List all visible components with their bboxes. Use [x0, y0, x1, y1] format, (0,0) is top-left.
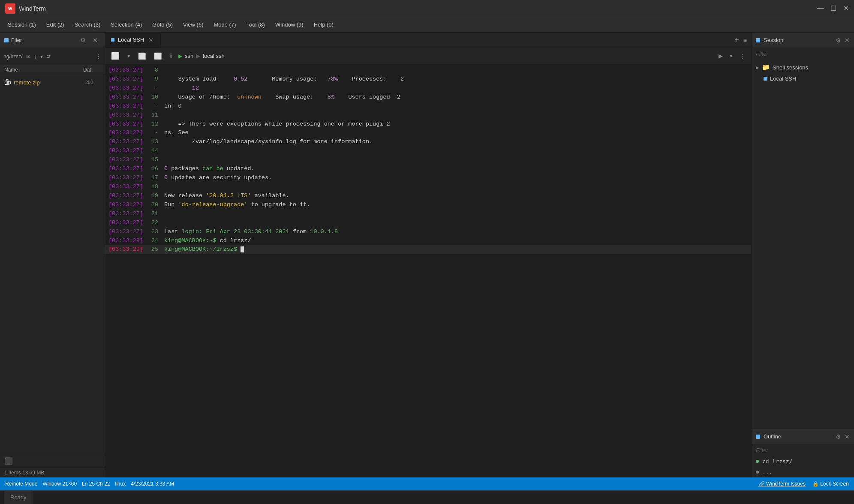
term-time: [03:33:27] — [108, 165, 143, 174]
outline-tab-bar: Outline ⚙ ✕ — [752, 429, 854, 444]
outline-item-dots[interactable]: ... — [752, 467, 854, 477]
cursor — [241, 246, 244, 252]
filer-toolbar: ng/lrzsz/ ✉ ↑ ▾ ↺ ⋮ — [0, 48, 105, 65]
term-time: [03:33:27] — [108, 210, 143, 219]
session-settings-icon[interactable]: ⚙ — [836, 37, 841, 44]
term-time: [03:33:27] — [108, 120, 143, 129]
menu-goto[interactable]: Goto (5) — [148, 20, 177, 30]
status-datetime[interactable]: 4/23/2021 3:33 AM — [131, 481, 174, 487]
terminal-more-icon[interactable]: ⋮ — [738, 52, 747, 60]
term-time: [03:33:27] — [108, 129, 143, 138]
toolbar-dropdown-icon[interactable]: ▾ — [126, 52, 132, 60]
menu-window[interactable]: Window (9) — [271, 20, 308, 30]
term-time: [03:33:27] — [108, 228, 143, 237]
filer-name-column: Name — [4, 67, 83, 73]
filer-up-icon[interactable]: ↑ — [34, 53, 37, 60]
session-panel: Session ⚙ ✕ Filter ▶ 📁 Shell sessions Lo… — [751, 33, 854, 477]
term-time: [03:33:27] — [108, 84, 143, 93]
breadcrumb: ▶ ssh ▶ local ssh — [178, 53, 713, 59]
outline-tab-actions: ⚙ ✕ — [836, 433, 850, 440]
tab-menu-icon[interactable]: ≡ — [743, 37, 747, 44]
terminal-content[interactable]: [03:33:27] 8 [03:33:27] 9 System load: 0… — [105, 64, 751, 477]
term-text: Run 'do-release-upgrade' to upgrade to i… — [164, 201, 310, 210]
breadcrumb-ssh: ssh — [185, 53, 193, 59]
terminal-line: [03:33:27] 9 System load: 0.52 Memory us… — [105, 75, 751, 84]
terminal-line: [03:33:27] 15 — [105, 156, 751, 165]
menu-session[interactable]: Session (1) — [3, 20, 40, 30]
outline-settings-icon[interactable]: ⚙ — [836, 433, 841, 440]
scroll-right-icon[interactable]: ▶ — [717, 52, 725, 60]
session-tab-actions: ⚙ ✕ — [836, 37, 850, 44]
terminal-tab-local-ssh[interactable]: Local SSH ✕ — [105, 33, 161, 48]
term-linenum: 16 — [143, 165, 158, 174]
menu-edit[interactable]: Edit (2) — [42, 20, 69, 30]
session-close-icon[interactable]: ✕ — [845, 37, 850, 44]
session-item-local-ssh[interactable]: Local SSH — [752, 73, 854, 84]
term-linenum: 8 — [143, 66, 158, 75]
filer-nav-icon: ✉ — [26, 54, 30, 60]
term-time: [03:33:29] — [108, 237, 143, 246]
term-time: [03:33:27] — [108, 219, 143, 228]
status-remote-mode[interactable]: Remote Mode — [5, 481, 37, 487]
terminal-current-line: [03:33:29] 25 king@MACBOOK:~/lrzsz$ — [105, 245, 751, 254]
menu-tool[interactable]: Tool (8) — [242, 20, 269, 30]
term-time: [03:33:27] — [108, 156, 143, 165]
split-down-icon[interactable]: ⬜ — [152, 51, 164, 61]
title-bar: W WindTerm — ☐ ✕ — [0, 0, 854, 17]
tab-bar: Local SSH ✕ + ≡ — [105, 33, 751, 48]
outline-item-cd[interactable]: cd lrzsz/ — [752, 456, 854, 467]
session-group-shell[interactable]: ▶ 📁 Shell sessions — [752, 61, 854, 73]
filer-dropdown-icon[interactable]: ▾ — [40, 54, 43, 60]
term-linenum: 17 — [143, 174, 158, 183]
status-issues-link[interactable]: 🔗 WindTerm Issues — [758, 481, 806, 487]
split-right-icon[interactable]: ⬜ — [136, 51, 148, 61]
filer-panel: Filer ⚙ ✕ ng/lrzsz/ ✉ ↑ ▾ ↺ ⋮ Name Dat 🗜… — [0, 33, 105, 477]
status-position[interactable]: Ln 25 Ch 22 — [82, 481, 110, 487]
term-linenum: 13 — [143, 138, 158, 147]
scroll-down-icon[interactable]: ▾ — [728, 52, 734, 60]
status-lock-screen[interactable]: 🔒 Lock Screen — [812, 481, 849, 487]
svg-text:W: W — [8, 6, 12, 11]
term-time: [03:33:27] — [108, 66, 143, 75]
bottom-bar: Ready — [0, 490, 854, 504]
status-os[interactable]: linux — [115, 481, 126, 487]
minimize-button[interactable]: — — [817, 4, 824, 12]
outline-tab-indicator — [756, 435, 760, 439]
outline-panel: Outline ⚙ ✕ Filter cd lrzsz/ ... — [752, 429, 854, 477]
menu-bar: Session (1) Edit (2) Search (3) Selectio… — [0, 17, 854, 33]
menu-view[interactable]: View (6) — [179, 20, 207, 30]
info-icon[interactable]: ℹ — [168, 51, 174, 61]
menu-mode[interactable]: Mode (7) — [209, 20, 240, 30]
filer-tab-indicator — [4, 38, 9, 42]
session-tab-bar: Session ⚙ ✕ — [752, 33, 854, 48]
filer-item-date: 202 — [85, 80, 100, 85]
filer-more-icon[interactable]: ⋮ — [96, 54, 101, 60]
term-linenum: 21 — [143, 210, 158, 219]
filer-item[interactable]: 🗜 remote.zip 202 — [0, 77, 105, 88]
term-text: 0 packages can be updated. — [164, 165, 255, 174]
filer-close-icon[interactable]: ✕ — [90, 36, 100, 45]
status-window-size[interactable]: Window 21×60 — [42, 481, 77, 487]
filer-terminal-icon[interactable]: ⬛ — [4, 457, 13, 465]
menu-help[interactable]: Help (0) — [310, 20, 338, 30]
term-linenum: 14 — [143, 147, 158, 156]
filer-refresh-icon[interactable]: ↺ — [46, 54, 51, 60]
session-filter: Filter — [752, 48, 854, 60]
new-session-icon[interactable]: ⬜ — [109, 51, 121, 61]
filer-settings-icon[interactable]: ⚙ — [78, 36, 88, 45]
menu-selection[interactable]: Selection (4) — [106, 20, 146, 30]
filer-item-name: remote.zip — [14, 79, 83, 86]
menu-search[interactable]: Search (3) — [70, 20, 105, 30]
term-text: Last login: Fri Apr 23 03:30:41 2021 fro… — [164, 228, 338, 237]
new-tab-icon[interactable]: + — [734, 36, 739, 45]
term-text: 0 updates are security updates. — [164, 174, 272, 183]
outline-close-icon[interactable]: ✕ — [845, 433, 850, 440]
term-linenum: 10 — [143, 93, 158, 102]
close-button[interactable]: ✕ — [843, 4, 849, 12]
session-item-indicator — [764, 77, 767, 81]
term-text: ns. See — [164, 129, 189, 138]
tab-close-icon[interactable]: ✕ — [147, 36, 154, 43]
term-time: [03:33:27] — [108, 192, 143, 201]
term-time: [03:33:27] — [108, 93, 143, 102]
maximize-button[interactable]: ☐ — [830, 4, 836, 12]
